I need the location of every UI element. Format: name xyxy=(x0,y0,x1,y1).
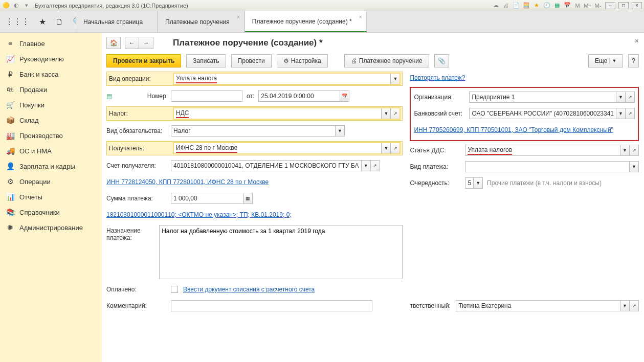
tb-icon-5[interactable]: ★ xyxy=(532,2,541,10)
tb-icon-m1[interactable]: M xyxy=(573,2,582,10)
dropdown-icon[interactable]: ▼ xyxy=(474,177,483,189)
chart-icon: 📈 xyxy=(6,55,14,63)
printer-icon: 🖨 xyxy=(351,57,357,64)
drop-icon[interactable]: ▾ xyxy=(23,2,31,10)
dropdown-icon[interactable]: ▼ xyxy=(336,125,345,137)
panel-bar: ⋮⋮⋮ ★ 🗋 🔍 Начальная страница Платежные п… xyxy=(0,11,644,33)
recipient-details-link[interactable]: ИНН 7728124050, КПП 772801001, ИФНС 28 п… xyxy=(106,178,269,186)
settings-button[interactable]: ⚙Настройка xyxy=(277,54,328,67)
sidebar-item-production[interactable]: 🏭Производство xyxy=(0,128,101,143)
purpose-textarea[interactable] xyxy=(159,225,403,279)
forward-button[interactable]: → xyxy=(139,37,153,49)
comment-input[interactable] xyxy=(171,300,372,311)
tax-select[interactable]: НДС xyxy=(173,108,382,119)
dds-select[interactable]: Уплата налогов xyxy=(465,145,620,156)
tb-icon-8[interactable]: 📅 xyxy=(563,2,571,10)
sidebar-item-main[interactable]: ≡Главное xyxy=(0,36,101,51)
save-button[interactable]: Записать xyxy=(186,54,226,67)
dropdown-icon[interactable]: ▼ xyxy=(391,73,400,84)
bank-account-select[interactable]: ОАО "СБЕРБАНК РОССИИ" (40702810600023341 xyxy=(469,108,616,119)
dropdown-icon[interactable]: ▼ xyxy=(382,108,391,119)
open-icon[interactable]: ↗ xyxy=(626,92,635,103)
dropdown-icon[interactable]: ▼ xyxy=(616,92,626,103)
apps-icon[interactable]: ⋮⋮⋮ xyxy=(5,17,30,27)
sidebar-item-salary[interactable]: 👤Зарплата и кадры xyxy=(0,159,101,174)
home-button[interactable]: 🏠 xyxy=(106,37,121,49)
dropdown-icon[interactable]: ▼ xyxy=(630,161,639,172)
close-document-icon[interactable]: × xyxy=(635,37,639,45)
close-window-button[interactable]: × xyxy=(632,2,642,9)
post-and-close-button[interactable]: Провести и закрыть xyxy=(106,54,181,67)
favorite-icon[interactable]: ★ xyxy=(39,17,46,27)
cart-icon: 🛒 xyxy=(6,101,14,109)
sidebar-item-admin[interactable]: ✺Администрирование xyxy=(0,220,101,235)
attachment-button[interactable]: 📎 xyxy=(434,54,449,67)
organization-details-link[interactable]: ИНН 7705260699, КПП 770501001, ЗАО "Торг… xyxy=(414,126,613,133)
tab-payment-orders[interactable]: Платежные поручения × xyxy=(158,11,245,32)
dropdown-icon[interactable]: ▼ xyxy=(620,300,630,311)
comment-label: Комментарий: xyxy=(106,302,171,309)
sidebar-item-bank[interactable]: ₽Банк и касса xyxy=(0,66,101,82)
tb-icon-m2[interactable]: M+ xyxy=(584,2,592,10)
tb-icon-m3[interactable]: M- xyxy=(594,2,602,10)
tb-icon-4[interactable]: 🧮 xyxy=(522,2,530,10)
open-icon[interactable]: ↗ xyxy=(630,300,639,311)
number-input[interactable] xyxy=(171,90,242,102)
dropdown-icon[interactable]: ▼ xyxy=(362,160,371,171)
kbk-link[interactable]: 18210301000011000110; <ОКТМО не указан>;… xyxy=(106,211,292,218)
open-icon[interactable]: ↗ xyxy=(391,143,400,154)
open-icon[interactable]: ↗ xyxy=(371,160,380,171)
dropdown-icon[interactable]: ▼ xyxy=(382,143,391,154)
sidebar-item-manager[interactable]: 📈Руководителю xyxy=(0,51,101,66)
bars-icon: 📊 xyxy=(6,193,14,201)
calendar-icon[interactable]: 📅 xyxy=(340,90,349,102)
sidebar-item-stock[interactable]: 📦Склад xyxy=(0,112,101,128)
calculator-icon[interactable]: ▦ xyxy=(243,193,253,204)
back-round-icon[interactable]: ◐ xyxy=(12,2,20,10)
open-icon[interactable]: ↗ xyxy=(630,145,639,156)
sum-input[interactable]: 1 000,00 xyxy=(171,193,243,204)
tab-close-icon[interactable]: × xyxy=(237,14,240,20)
dropdown-icon[interactable]: ▼ xyxy=(616,108,626,119)
responsible-select[interactable]: Тютина Екатерина xyxy=(456,300,620,311)
tb-icon-1[interactable]: ☁ xyxy=(492,2,500,10)
tab-payment-order-create[interactable]: Платежное поручение (создание) * × xyxy=(245,11,367,32)
create-writeoff-link[interactable]: Ввести документ списания с расчетного сч… xyxy=(183,286,315,293)
post-button[interactable]: Провести xyxy=(231,54,272,67)
open-icon[interactable]: ↗ xyxy=(626,108,635,119)
clipboard-icon[interactable]: 🗋 xyxy=(55,17,63,27)
tb-icon-7[interactable]: ▦ xyxy=(553,2,561,10)
minimize-button[interactable]: – xyxy=(605,2,615,9)
cog-icon: ✺ xyxy=(6,223,14,232)
date-input[interactable]: 25.04.2019 0:00:00 xyxy=(258,90,340,102)
tab-home[interactable]: Начальная страница xyxy=(76,11,158,32)
recipient-account-select[interactable]: 40101810800000010041, ОТДЕЛЕНИЕ 1 МОСКОВ… xyxy=(171,160,362,171)
organization-select[interactable]: Предприятие 1 xyxy=(469,92,616,103)
open-icon[interactable]: ↗ xyxy=(391,108,400,119)
print-payment-order-button[interactable]: 🖨Платежное поручение xyxy=(344,54,429,67)
sidebar-item-label: Производство xyxy=(19,132,63,140)
repeat-payment-link[interactable]: Повторять платеж? xyxy=(410,74,465,81)
tab-close-icon[interactable]: × xyxy=(359,14,362,20)
sidebar-item-sales[interactable]: 🛍Продажи xyxy=(0,82,101,97)
paid-checkbox[interactable] xyxy=(171,286,178,293)
document-title: Платежное поручение (создание) * xyxy=(173,38,323,48)
operation-type-select[interactable]: Уплата налога xyxy=(173,73,391,84)
dropdown-icon[interactable]: ▼ xyxy=(620,145,630,156)
maximize-button[interactable]: □ xyxy=(618,2,629,9)
recipient-select[interactable]: ИФНС 28 по г Москве xyxy=(173,143,382,154)
sidebar-item-refs[interactable]: 📚Справочники xyxy=(0,205,101,220)
sidebar-item-reports[interactable]: 📊Отчеты xyxy=(0,189,101,205)
tb-icon-2[interactable]: 🖨 xyxy=(502,2,510,10)
more-button[interactable]: Еще▼ xyxy=(588,54,623,67)
help-button[interactable]: ? xyxy=(628,54,639,67)
tb-icon-6[interactable]: 🕘 xyxy=(543,2,551,10)
tb-icon-3[interactable]: 📄 xyxy=(512,2,520,10)
sidebar-item-operations[interactable]: ⚙Операции xyxy=(0,174,101,189)
obligation-select[interactable]: Налог xyxy=(171,125,336,137)
sidebar-item-os[interactable]: 🚚ОС и НМА xyxy=(0,143,101,159)
priority-input[interactable]: 5 xyxy=(465,177,474,189)
back-button[interactable]: ← xyxy=(125,37,139,49)
sidebar-item-purchases[interactable]: 🛒Покупки xyxy=(0,97,101,112)
payment-type-select[interactable] xyxy=(465,161,630,172)
